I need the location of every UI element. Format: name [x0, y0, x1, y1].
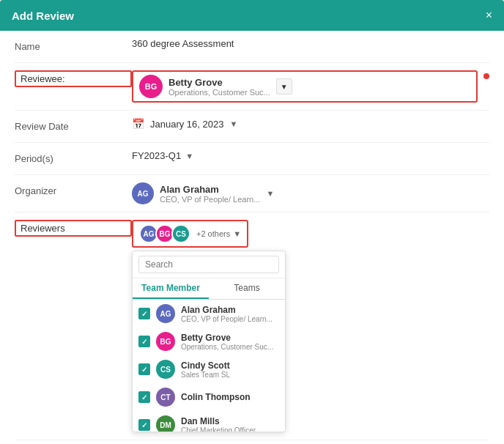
member-checkbox[interactable] [138, 336, 150, 347]
reviewers-row: Reviewers AG BG CS +2 others ▼ [15, 212, 489, 440]
member-checkbox[interactable] [138, 308, 150, 319]
member-item[interactable]: AGAlan GrahamCEO, VP of People/ Learn... [133, 300, 285, 328]
date-text: January 16, 2023 [150, 119, 223, 130]
organizer-field: AG Alan Graham CEO, VP of People/ Learn.… [132, 182, 489, 204]
tabs-row: Team Member Teams [133, 278, 285, 300]
member-info: Cindy ScottSales Team SL [181, 360, 230, 379]
reviewee-dropdown-button[interactable]: ▼ [276, 78, 292, 95]
reviewer-avatar-3: CS [171, 224, 190, 243]
reviewer-avatars: AG BG CS [139, 224, 190, 243]
name-value: 360 degree Assessment [132, 38, 489, 49]
review-date-row: Review Date 📅 January 16, 2023 ▼ [15, 111, 489, 143]
reviewers-label: Reviewers [15, 220, 132, 237]
member-name: Alan Graham [181, 305, 273, 315]
reviewee-value: BG Betty Grove Operations, Customer Suc.… [132, 70, 478, 103]
search-box [133, 251, 285, 278]
reviewee-label: Reviewee: [15, 70, 132, 87]
organizer-label: Organizer [15, 182, 132, 196]
member-name: Cindy Scott [181, 360, 230, 371]
member-name: Betty Grove [181, 333, 273, 343]
reviewers-dropdown-arrow[interactable]: ▼ [233, 229, 241, 238]
modal-header: Add Review × [0, 0, 504, 31]
others-badge: +2 others [196, 229, 230, 238]
reviewers-value: AG BG CS +2 others ▼ Team Member Teams [132, 220, 489, 432]
period-dropdown-arrow[interactable]: ▼ [185, 152, 193, 160]
periods-value: FY2023-Q1 ▼ [132, 150, 489, 161]
member-info: Betty GroveOperations, Customer Suc... [181, 333, 273, 351]
member-info: Alan GrahamCEO, VP of People/ Learn... [181, 305, 273, 323]
reviewee-name: Betty Grove [168, 77, 270, 88]
modal-body: Name 360 degree Assessment Reviewee: BG … [0, 31, 504, 444]
period-text: FY2023-Q1 [132, 150, 181, 161]
reviewers-field[interactable]: AG BG CS +2 others ▼ [132, 220, 248, 248]
member-avatar: DM [156, 415, 175, 432]
tab-teams[interactable]: Teams [209, 278, 285, 299]
reviewee-info: Betty Grove Operations, Customer Suc... [168, 77, 270, 97]
reviewee-avatar: BG [139, 75, 163, 98]
reviewee-field[interactable]: BG Betty Grove Operations, Customer Suc.… [132, 70, 478, 103]
member-item[interactable]: CSCindy ScottSales Team SL [133, 355, 285, 383]
member-role: CEO, VP of People/ Learn... [181, 315, 273, 323]
modal: Add Review × Name 360 degree Assessment … [0, 0, 504, 444]
reviewee-row: Reviewee: BG Betty Grove Operations, Cus… [15, 63, 489, 111]
member-role: Operations, Customer Suc... [181, 343, 273, 351]
member-role: Chief Marketing Officer [181, 426, 256, 432]
periods-row: Period(s) FY2023-Q1 ▼ [15, 143, 489, 175]
organizer-role: CEO, VP of People/ Learn... [160, 195, 260, 204]
date-dropdown-arrow[interactable]: ▼ [229, 119, 237, 128]
member-name: Colin Thompson [181, 392, 251, 402]
reviewee-role: Operations, Customer Suc... [168, 88, 270, 97]
tab-team-member[interactable]: Team Member [133, 278, 209, 299]
member-role: Sales Team SL [181, 371, 230, 379]
member-avatar: CS [156, 360, 175, 379]
member-checkbox[interactable] [138, 391, 150, 403]
organizer-info: Alan Graham CEO, VP of People/ Learn... [160, 184, 260, 204]
periods-label: Period(s) [15, 150, 132, 164]
organizer-dropdown-arrow[interactable]: ▼ [266, 189, 274, 198]
organizer-name: Alan Graham [160, 184, 260, 195]
organizer-value: AG Alan Graham CEO, VP of People/ Learn.… [132, 182, 489, 204]
name-label: Name [15, 38, 132, 52]
organizer-row: Organizer AG Alan Graham CEO, VP of Peop… [15, 175, 489, 212]
member-info: Colin Thompson [181, 392, 251, 402]
date-field: 📅 January 16, 2023 ▼ [132, 118, 489, 130]
reviewers-dropdown-panel: Team Member Teams AGAlan GrahamCEO, VP o… [132, 251, 286, 432]
close-button[interactable]: × [486, 9, 492, 22]
review-date-value: 📅 January 16, 2023 ▼ [132, 118, 489, 130]
organizer-avatar: AG [132, 182, 154, 204]
member-item[interactable]: DMDan MillsChief Marketing Officer [133, 411, 285, 432]
period-field: FY2023-Q1 ▼ [132, 150, 489, 161]
modal-title: Add Review [12, 10, 74, 22]
member-item[interactable]: BGBetty GroveOperations, Customer Suc... [133, 328, 285, 355]
member-avatar: BG [156, 332, 175, 351]
search-input[interactable] [138, 256, 279, 273]
member-checkbox[interactable] [138, 363, 150, 375]
review-date-label: Review Date [15, 118, 132, 132]
member-avatar: CT [156, 388, 175, 407]
send-notification-row: Send Notification [15, 440, 489, 444]
red-dot [483, 73, 489, 79]
member-checkbox[interactable] [138, 419, 150, 431]
member-list: AGAlan GrahamCEO, VP of People/ Learn...… [133, 300, 285, 432]
member-info: Dan MillsChief Marketing Officer [181, 416, 256, 432]
member-item[interactable]: CTColin Thompson [133, 383, 285, 411]
member-name: Dan Mills [181, 416, 256, 426]
name-row: Name 360 degree Assessment [15, 31, 489, 63]
calendar-icon: 📅 [132, 118, 144, 130]
member-avatar: AG [156, 304, 175, 323]
